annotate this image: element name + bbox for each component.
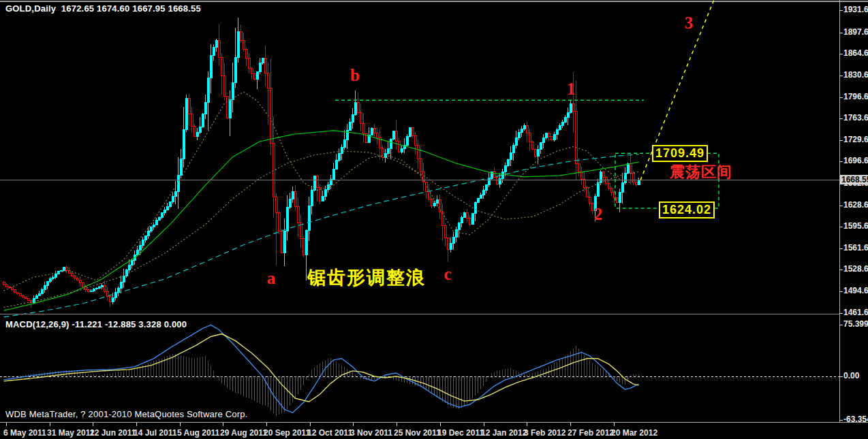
candle-body: [49, 279, 51, 282]
candle-body: [218, 41, 220, 58]
candle-body: [204, 102, 206, 114]
current-price-badge: 1668.55: [840, 175, 868, 184]
time-axis[interactable]: 6 May 201131 May 201122 Jun 201114 Jul 2…: [0, 423, 868, 439]
candle-body: [447, 238, 449, 249]
candle-body: [395, 131, 397, 141]
candle-body: [332, 169, 335, 180]
price-axis-label: 1461.60: [843, 308, 868, 317]
candle-body: [474, 203, 476, 214]
date-axis-label: 6 May 2011: [3, 428, 46, 438]
candle-body: [3, 282, 5, 285]
candle-body: [589, 197, 591, 204]
candle-body: [248, 59, 250, 68]
candle-body: [41, 290, 43, 293]
candle-body: [14, 290, 16, 293]
candle-body: [166, 206, 168, 210]
candle-body: [164, 210, 166, 213]
candle-body: [27, 299, 29, 301]
candle-body: [188, 98, 190, 114]
candle-body: [632, 174, 634, 182]
candle-body: [414, 135, 416, 146]
candle-body: [123, 276, 125, 282]
candle-body: [11, 288, 13, 290]
candle-body: [185, 98, 187, 129]
candle-body: [572, 104, 574, 112]
candle-body: [608, 183, 610, 189]
candle-body: [161, 213, 163, 218]
candle-body: [570, 104, 572, 113]
candle-body: [322, 196, 324, 201]
price-axis[interactable]: 1931.601897.601864.601830.601796.601763.…: [840, 0, 868, 423]
candlestick-series: [3, 18, 640, 307]
candle-body: [297, 207, 299, 223]
candle-body: [292, 191, 294, 199]
candle-body: [458, 223, 460, 230]
candle-body: [523, 125, 525, 129]
candle-body: [229, 99, 231, 118]
candle-body: [338, 154, 340, 161]
candle-body: [172, 197, 174, 202]
candle-body: [22, 296, 24, 297]
chart-canvas[interactable]: [0, 0, 868, 439]
candle-body: [501, 172, 503, 179]
candle-body: [55, 274, 57, 278]
candle-body: [289, 199, 291, 207]
candle-body: [591, 204, 593, 210]
candle-body: [409, 127, 411, 136]
candle-body: [534, 149, 536, 156]
candle-body: [128, 265, 130, 270]
candle-body: [136, 250, 138, 255]
candle-body: [33, 299, 35, 303]
candle-body: [313, 176, 315, 190]
panel-borders: [0, 0, 868, 423]
price-axis-label: 1897.60: [843, 27, 868, 37]
candle-body: [183, 129, 185, 159]
price-axis-label: 1494.60: [843, 286, 868, 295]
candle-body: [60, 270, 62, 271]
candle-body: [616, 198, 618, 202]
candle-body: [373, 128, 375, 133]
candle-body: [131, 260, 133, 265]
candle-body: [65, 267, 67, 271]
candle-body: [360, 112, 362, 124]
candle-body: [512, 145, 514, 152]
candle-body: [153, 225, 155, 227]
candle-body: [362, 124, 365, 133]
candle-body: [283, 231, 285, 253]
candle-body: [38, 293, 40, 295]
symbol-ohlc-header: GOLD,Daily 1672.65 1674.60 1667.95 1668.…: [5, 3, 201, 14]
candle-body: [232, 82, 234, 99]
candle-body: [264, 58, 266, 73]
candle-body: [174, 192, 176, 197]
candle-body: [210, 55, 212, 78]
candle-body: [101, 286, 103, 287]
price-axis-label: 1864.60: [843, 48, 868, 58]
candle-body: [256, 71, 258, 79]
date-axis-label: 3 Nov 2011: [350, 428, 392, 438]
candle-body: [630, 163, 632, 174]
candle-body: [455, 230, 457, 238]
candle-body: [463, 212, 465, 217]
candle-body: [602, 172, 604, 178]
candle-body: [551, 136, 553, 140]
candle-body: [542, 138, 544, 143]
candle-body: [564, 118, 566, 123]
candle-body: [114, 293, 117, 298]
candle-body: [52, 277, 54, 278]
candle-body: [531, 142, 533, 149]
candle-body: [253, 74, 255, 80]
candle-body: [104, 286, 106, 291]
candle-body: [286, 208, 288, 231]
candle-body: [44, 285, 46, 289]
candle-body: [275, 197, 277, 213]
candle-body: [518, 133, 520, 138]
candle-body: [270, 88, 272, 143]
candle-body: [251, 68, 253, 74]
candle-body: [193, 126, 196, 137]
date-axis-label: 20 Mar 2012: [611, 428, 657, 438]
candle-body: [567, 112, 569, 118]
candle-body: [150, 227, 152, 231]
candle-body: [109, 296, 111, 302]
price-axis-label: 1561.60: [843, 243, 868, 253]
candle-body: [237, 31, 239, 57]
